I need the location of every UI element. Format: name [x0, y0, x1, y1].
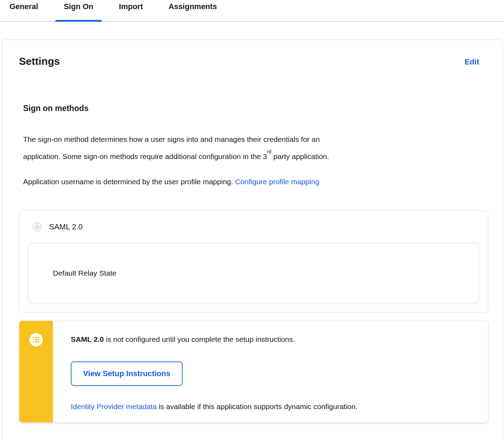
radio-dot-icon: [35, 225, 40, 230]
description-line2: application. Some sign-on methods requir…: [23, 152, 267, 160]
alert-message-bold: SAML 2.0: [71, 335, 104, 343]
configure-profile-mapping-link[interactable]: Configure profile mapping: [235, 178, 319, 186]
saml-radio-row: SAML 2.0: [33, 222, 479, 232]
identity-provider-metadata-link[interactable]: Identity Provider metadata: [71, 402, 157, 410]
alert-body: SAML 2.0 is not configured until you com…: [53, 321, 488, 422]
description-line2-end: party application.: [271, 152, 329, 160]
tab-general[interactable]: General: [1, 0, 47, 21]
list-icon: [29, 333, 43, 346]
alert-message-rest: is not configured until you complete the…: [104, 335, 295, 343]
tab-import[interactable]: Import: [110, 0, 151, 21]
app-tabs: General Sign On Import Assignments: [0, 0, 504, 22]
metadata-note: Identity Provider metadata is available …: [71, 401, 474, 412]
edit-link[interactable]: Edit: [464, 57, 479, 67]
default-relay-state-box: Default Relay State: [28, 243, 479, 303]
metadata-note-rest: is available if this application support…: [157, 402, 357, 410]
warning-band: [19, 321, 53, 422]
saml-version-label: SAML 2.0: [49, 222, 83, 232]
saml-radio-button[interactable]: [33, 222, 42, 232]
tab-sign-on[interactable]: Sign On: [55, 0, 102, 21]
sign-on-methods-heading: Sign on methods: [23, 104, 488, 113]
tab-assignments[interactable]: Assignments: [160, 0, 225, 21]
ordinal-superscript: rd: [267, 149, 271, 154]
application-username-text: Application username is determined by th…: [23, 173, 472, 190]
sign-on-methods-section: Sign on methods The sign-on method deter…: [23, 104, 488, 190]
alert-message: SAML 2.0 is not configured until you com…: [71, 334, 474, 345]
page-title: Settings: [19, 55, 60, 67]
view-setup-instructions-button[interactable]: View Setup Instructions: [71, 361, 183, 386]
settings-card-header: Settings Edit: [19, 55, 488, 67]
default-relay-state-label: Default Relay State: [53, 269, 116, 277]
description-line1: The sign-on method determines how a user…: [23, 135, 320, 143]
sign-on-methods-description: The sign-on method determines how a user…: [23, 131, 472, 165]
saml-method-box: SAML 2.0 Default Relay State: [19, 210, 488, 312]
username-mapping-text: Application username is determined by th…: [23, 178, 235, 186]
settings-card: Settings Edit Sign on methods The sign-o…: [2, 40, 503, 442]
saml-setup-alert: SAML 2.0 is not configured until you com…: [19, 320, 488, 423]
